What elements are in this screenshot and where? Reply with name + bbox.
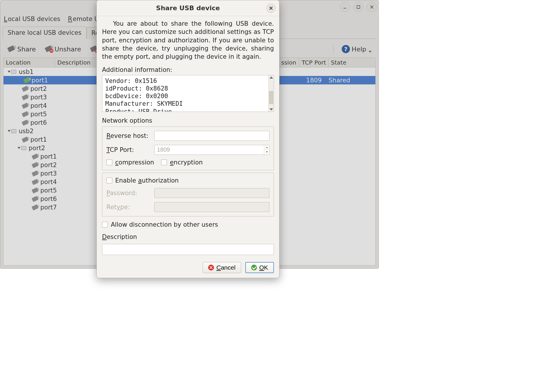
port-label: port5 <box>40 187 57 194</box>
col-session-partial[interactable]: ssion <box>279 58 299 67</box>
col-description[interactable]: Description <box>55 58 93 67</box>
cell-tcp-port: 1809 <box>299 77 329 84</box>
info-line: idProduct: 0x8628 <box>105 85 168 92</box>
description-label: DescriptionDescription <box>102 233 274 240</box>
usb-plug-icon <box>22 103 29 109</box>
authorization-group: Enable authorizationEnable authorization… <box>102 173 274 216</box>
port-label: port7 <box>40 204 57 211</box>
usb-plug-icon <box>32 170 39 176</box>
col-location[interactable]: Location <box>4 58 55 67</box>
dialog-intro-text: You are about to share the following USB… <box>102 20 274 61</box>
menu-local-usb[interactable]: LLocal USB devicesocal USB devices <box>3 14 61 24</box>
reverse-host-label: Reverse host:Reverse host: <box>106 132 150 139</box>
info-line: Manufacturer: SKYMEDI <box>105 100 183 107</box>
usb-plug-icon <box>32 179 39 185</box>
port-label: port2 <box>29 145 45 152</box>
help-label: Help <box>352 46 366 53</box>
share-usb-dialog: Share USB device You are about to share … <box>96 0 279 278</box>
retype-label: Retype:Retype: <box>106 204 150 211</box>
tab-share-local[interactable]: Share local USB devices <box>3 27 87 39</box>
share-label: Share <box>17 46 36 53</box>
usb-plug-icon <box>32 162 39 168</box>
usb-plug-icon <box>22 119 29 126</box>
port-label: port1 <box>40 153 57 160</box>
scroll-down-icon[interactable] <box>270 108 273 110</box>
scroll-up-icon[interactable] <box>270 77 273 79</box>
unshare-label: Unshare <box>55 46 81 53</box>
usb-plug-icon <box>22 86 29 92</box>
tcp-port-input[interactable] <box>154 145 270 155</box>
password-label: Password:Password: <box>106 190 150 197</box>
checkbox-icon <box>102 222 108 228</box>
description-input[interactable] <box>102 244 274 255</box>
spin-down-button[interactable] <box>264 150 269 155</box>
maximize-icon <box>356 5 360 9</box>
scrollbar[interactable] <box>268 75 274 112</box>
usb-hub-icon <box>11 129 16 133</box>
info-line: Vendor: 0x1516 <box>105 77 157 84</box>
ok-icon <box>251 265 257 270</box>
cell-state: Shared <box>329 77 375 84</box>
dialog-close-button[interactable] <box>266 4 276 13</box>
allow-disconnect-label: Allow disconnection by other users <box>111 221 218 228</box>
retype-input <box>154 202 270 212</box>
usb-plug-icon <box>32 196 39 202</box>
toolbar-separator <box>333 44 334 54</box>
additional-info-label: Additional information: <box>102 66 274 73</box>
minimize-button[interactable] <box>340 2 350 12</box>
usb-hub-icon <box>11 70 16 74</box>
enable-authorization-checkbox[interactable]: Enable authorizationEnable authorization <box>106 177 270 184</box>
hub-label: usb2 <box>19 128 34 135</box>
encryption-checkbox[interactable]: encryptionencryption <box>161 159 203 166</box>
checkbox-icon <box>161 159 167 165</box>
spin-up-button[interactable] <box>264 145 269 150</box>
dialog-body: You are about to share the following USB… <box>97 16 279 259</box>
expander-icon[interactable] <box>7 71 11 73</box>
usb-plug-icon <box>7 46 15 52</box>
port-label: port5 <box>30 111 47 118</box>
chevron-down-icon <box>369 51 372 53</box>
password-input <box>154 188 270 198</box>
port-label: port4 <box>40 178 57 185</box>
ok-button[interactable]: OKOK <box>245 262 274 273</box>
usb-plug-icon <box>22 136 29 143</box>
dialog-header: Share USB device <box>97 0 279 16</box>
port-label: port6 <box>40 195 57 202</box>
col-state[interactable]: State <box>329 58 375 67</box>
share-button[interactable]: Share <box>6 44 38 54</box>
port-label: port2 <box>40 162 57 169</box>
cancel-icon <box>208 265 214 270</box>
minimize-icon <box>343 5 347 9</box>
usb-plug-icon <box>32 187 39 193</box>
network-options-group: Reverse host:Reverse host: TCP Port:TCP … <box>102 126 274 170</box>
compression-checkbox[interactable]: compressioncompression <box>106 159 154 166</box>
usb-plug-icon <box>32 153 39 159</box>
usb-plug-icon <box>23 77 30 83</box>
scroll-thumb[interactable] <box>269 91 273 104</box>
port-label: port2 <box>30 85 47 92</box>
unshare-button[interactable]: Unshare <box>43 44 83 54</box>
hub-label: usb1 <box>19 68 34 75</box>
titlebar-controls <box>340 2 377 12</box>
usb-plug-remove-icon <box>45 46 53 52</box>
help-button[interactable]: ? Help <box>340 44 373 54</box>
reverse-host-input[interactable] <box>154 131 270 141</box>
usb-hub-icon <box>21 146 26 150</box>
checkbox-icon <box>106 159 112 165</box>
port-label: port3 <box>40 170 57 177</box>
expander-icon[interactable] <box>7 130 11 132</box>
info-line: bcdDevice: 0x0200 <box>105 93 168 100</box>
expander-icon[interactable] <box>17 147 21 149</box>
close-button[interactable] <box>367 2 377 12</box>
cancel-button[interactable]: CancelCancel <box>203 262 241 273</box>
additional-info-textarea[interactable]: Vendor: 0x1516 idProduct: 0x8628 bcdDevi… <box>102 75 274 112</box>
col-tcp-port[interactable]: TCP Port <box>299 58 329 67</box>
dialog-title: Share USB device <box>156 4 220 12</box>
close-icon <box>269 6 273 10</box>
port-label: port6 <box>30 119 47 126</box>
info-line: Product: USB Drive <box>105 108 172 112</box>
usb-plug-icon <box>32 204 39 210</box>
maximize-button[interactable] <box>353 2 363 12</box>
dialog-buttons: CancelCancel OKOK <box>97 259 279 278</box>
allow-disconnection-checkbox[interactable]: Allow disconnection by other users <box>102 221 274 228</box>
